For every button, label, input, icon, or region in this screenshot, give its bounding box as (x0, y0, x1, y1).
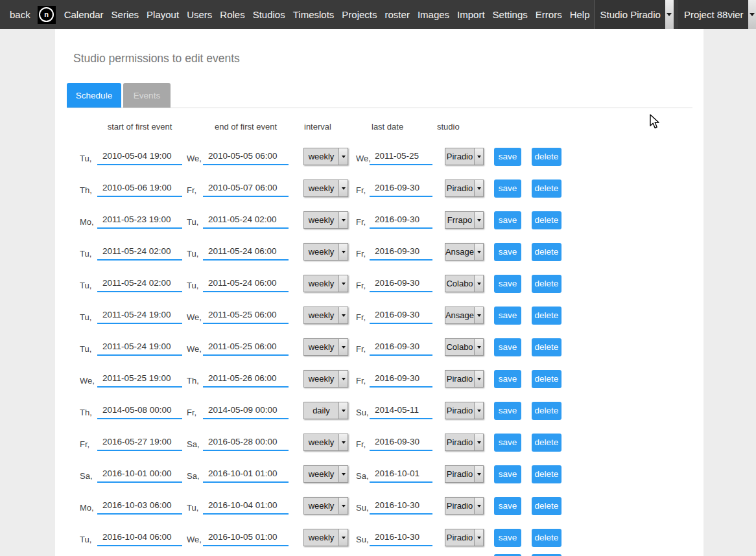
interval-select[interactable]: daily (303, 402, 348, 419)
studio-select[interactable]: Piradio (445, 402, 484, 419)
last-date-input[interactable] (370, 180, 432, 197)
back-link[interactable]: back (10, 9, 30, 20)
last-date-input[interactable] (370, 212, 432, 229)
nav-item-playout[interactable]: Playout (147, 9, 179, 20)
save-button[interactable]: save (494, 338, 521, 356)
delete-button[interactable]: delete (532, 370, 561, 388)
interval-select[interactable]: weekly (303, 275, 348, 292)
save-button[interactable]: save (494, 307, 521, 325)
start-input[interactable] (97, 434, 182, 451)
last-date-input[interactable] (370, 307, 432, 324)
nav-item-images[interactable]: Images (418, 9, 449, 20)
end-input[interactable] (203, 466, 289, 483)
save-button[interactable]: save (494, 434, 521, 452)
interval-select[interactable]: weekly (303, 465, 348, 483)
studio-select[interactable]: Piradio (445, 497, 484, 515)
last-date-input[interactable] (370, 498, 432, 515)
last-date-input[interactable] (370, 371, 432, 388)
interval-select[interactable]: weekly (303, 307, 348, 324)
start-input[interactable] (97, 148, 182, 165)
save-button[interactable]: save (494, 211, 521, 229)
save-button[interactable]: save (494, 529, 521, 547)
last-date-input[interactable] (370, 466, 432, 483)
studio-select[interactable]: Frrapo (445, 211, 484, 229)
end-input[interactable] (203, 212, 289, 229)
start-input[interactable] (97, 529, 182, 546)
delete-button[interactable]: delete (532, 402, 561, 420)
studio-select[interactable]: Piradio (445, 529, 484, 546)
logo-icon[interactable]: n (38, 6, 56, 24)
start-input[interactable] (97, 307, 182, 324)
interval-select[interactable]: weekly (303, 338, 348, 356)
project-nav-select[interactable]: Project 88vier (678, 0, 756, 29)
tab-events[interactable]: Events (123, 83, 171, 108)
start-input[interactable] (97, 339, 182, 356)
end-input[interactable] (203, 275, 289, 292)
delete-button[interactable]: delete (532, 338, 561, 356)
delete-button[interactable]: delete (532, 275, 561, 293)
last-date-input[interactable] (370, 148, 432, 165)
nav-item-roster[interactable]: roster (385, 9, 410, 20)
delete-button[interactable]: delete (532, 211, 561, 229)
delete-button[interactable]: delete (532, 434, 561, 452)
start-input[interactable] (97, 371, 182, 388)
chevron-down-icon[interactable] (748, 0, 756, 29)
end-input[interactable] (203, 434, 289, 451)
interval-select[interactable]: weekly (303, 497, 348, 515)
studio-select[interactable]: Colabo (445, 275, 484, 292)
save-button[interactable]: save (494, 243, 521, 261)
start-input[interactable] (97, 466, 182, 483)
save-button[interactable]: save (494, 497, 521, 515)
start-input[interactable] (97, 498, 182, 515)
end-input[interactable] (203, 148, 289, 165)
studio-select[interactable]: Piradio (445, 180, 484, 197)
end-input[interactable] (203, 339, 289, 356)
delete-button[interactable]: delete (532, 243, 561, 261)
interval-select[interactable]: weekly (303, 211, 348, 229)
last-date-input[interactable] (370, 529, 432, 546)
delete-button[interactable]: delete (532, 465, 561, 483)
end-input[interactable] (203, 498, 289, 515)
tab-schedule[interactable]: Schedule (67, 83, 121, 108)
save-button[interactable]: save (494, 402, 521, 420)
last-date-input[interactable] (370, 434, 432, 451)
nav-item-help[interactable]: Help (570, 9, 590, 20)
start-input[interactable] (97, 275, 182, 292)
interval-select[interactable]: weekly (303, 148, 348, 165)
studio-nav-select[interactable]: Studio Piradio (595, 0, 674, 29)
studio-select[interactable]: Colabo (445, 338, 484, 356)
studio-select[interactable]: Ansage (445, 243, 484, 261)
delete-button[interactable]: delete (532, 529, 561, 547)
nav-item-settings[interactable]: Settings (493, 9, 528, 20)
studio-select[interactable]: Ansage (445, 307, 484, 324)
delete-button[interactable]: delete (532, 497, 561, 515)
studio-select[interactable]: Piradio (445, 434, 484, 451)
studio-select[interactable]: Piradio (445, 465, 484, 483)
studio-select[interactable]: Piradio (445, 148, 484, 165)
end-input[interactable] (203, 529, 289, 546)
delete-button[interactable]: delete (532, 307, 561, 325)
chevron-down-icon[interactable] (665, 0, 674, 29)
end-input[interactable] (203, 244, 289, 261)
nav-item-calendar[interactable]: Calendar (64, 9, 104, 20)
last-date-input[interactable] (370, 402, 432, 419)
nav-item-errors[interactable]: Errors (536, 9, 562, 20)
nav-item-projects[interactable]: Projects (342, 9, 377, 20)
start-input[interactable] (97, 244, 182, 261)
end-input[interactable] (203, 307, 289, 324)
start-input[interactable] (97, 212, 182, 229)
save-button[interactable]: save (494, 148, 521, 166)
interval-select[interactable]: weekly (303, 180, 348, 197)
interval-select[interactable]: weekly (303, 434, 348, 451)
save-button[interactable]: save (494, 370, 521, 388)
save-button[interactable]: save (494, 275, 521, 293)
nav-item-timeslots[interactable]: Timeslots (293, 9, 335, 20)
interval-select[interactable]: weekly (303, 370, 348, 388)
delete-button[interactable]: delete (532, 148, 561, 166)
studio-select[interactable]: Piradio (445, 370, 484, 388)
save-button[interactable]: save (494, 180, 521, 198)
end-input[interactable] (203, 371, 289, 388)
nav-item-roles[interactable]: Roles (220, 9, 244, 20)
nav-item-users[interactable]: Users (187, 9, 212, 20)
start-input[interactable] (97, 180, 182, 197)
